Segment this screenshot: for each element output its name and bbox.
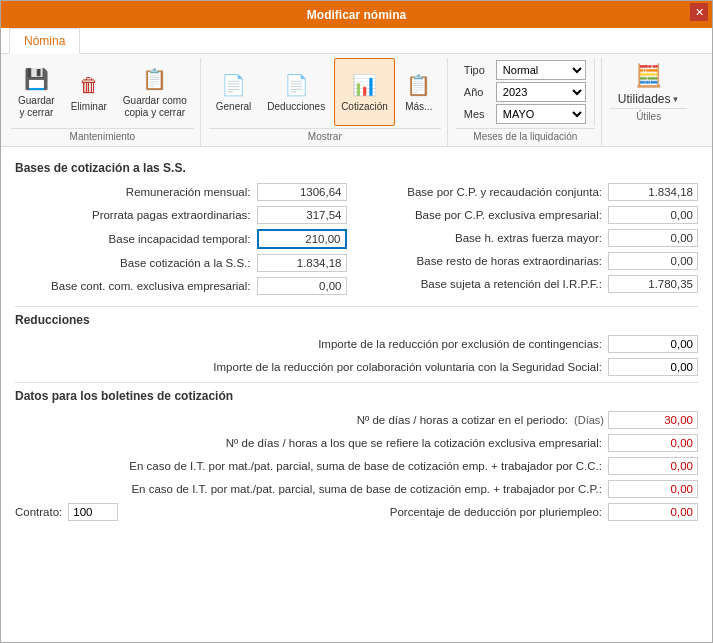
boletines-section-title: Datos para los boletines de cotización xyxy=(15,389,698,403)
cotizacion-icon: 📊 xyxy=(350,71,378,99)
divider-2 xyxy=(15,382,698,383)
bases-row-3: Base cotización a la S.S.: xyxy=(15,254,347,272)
bases-left-value-3[interactable] xyxy=(257,254,347,272)
deducciones-button[interactable]: 📄 Deducciones xyxy=(260,58,332,126)
boletines-value-3[interactable] xyxy=(608,480,698,498)
utilidades-label[interactable]: Utilidades ▼ xyxy=(618,92,680,106)
ribbon-content: 💾 Guardar y cerrar 🗑 Eliminar 📋 Guardar … xyxy=(1,54,712,146)
bases-right-label-0: Base por C.P. y recaudación conjunta: xyxy=(367,186,609,198)
delete-icon: 🗑 xyxy=(75,71,103,99)
ribbon: Nómina 💾 Guardar y cerrar 🗑 Eliminar 📋 xyxy=(1,28,712,147)
boletines-row-2: En caso de I.T. por mat./pat. parcial, s… xyxy=(15,457,698,475)
bases-right-label-4: Base sujeta a retención del I.R.P.F.: xyxy=(367,278,609,290)
mantenimiento-items: 💾 Guardar y cerrar 🗑 Eliminar 📋 Guardar … xyxy=(11,58,194,126)
general-label: General xyxy=(216,101,252,113)
bases-left-label-2: Base incapacidad temporal: xyxy=(15,233,257,245)
reduccion-row-0: Importe de la reducción por exclusión de… xyxy=(15,335,698,353)
bases-left-value-2[interactable] xyxy=(257,229,347,249)
mostrar-items: 📄 General 📄 Deducciones 📊 Cotización 📋 M… xyxy=(209,58,441,126)
utilidades-container: 🧮 Utilidades ▼ xyxy=(610,58,688,106)
reduccion-value-1[interactable] xyxy=(608,358,698,376)
divider-1 xyxy=(15,306,698,307)
tipo-row: Tipo Normal xyxy=(464,60,586,80)
boletines-value-1[interactable] xyxy=(608,434,698,452)
mostrar-label: Mostrar xyxy=(209,128,441,142)
contrato-input[interactable] xyxy=(68,503,118,521)
eliminar-label: Eliminar xyxy=(71,101,107,113)
window-title: Modificar nómina xyxy=(307,8,406,22)
cotizacion-button[interactable]: 📊 Cotización xyxy=(334,58,395,126)
deducciones-icon: 📄 xyxy=(282,71,310,99)
bases-section-title: Bases de cotización a las S.S. xyxy=(15,161,698,175)
guardar-cerrar-label: Guardar y cerrar xyxy=(18,95,55,119)
mas-label: Más... xyxy=(405,101,432,113)
ribbon-tabs: Nómina xyxy=(1,28,712,54)
tipo-select[interactable]: Normal xyxy=(496,60,586,80)
bases-left-value-0[interactable] xyxy=(257,183,347,201)
bases-row-1: Prorrata pagas extraordinarias: xyxy=(15,206,347,224)
reduccion-label-1: Importe de la reducción por colaboración… xyxy=(15,361,608,373)
tab-nomina[interactable]: Nómina xyxy=(9,28,80,54)
boletines-label-0: Nº de días / horas a cotizar en el perio… xyxy=(15,414,574,426)
deducciones-label: Deducciones xyxy=(267,101,325,113)
reducciones-section-title: Reducciones xyxy=(15,313,698,327)
params-container: Tipo Normal Año 2023 Mes xyxy=(456,58,595,126)
boletines-row-3: En caso de I.T. por mat./pat. parcial, s… xyxy=(15,480,698,498)
group-mostrar: 📄 General 📄 Deducciones 📊 Cotización 📋 M… xyxy=(203,58,448,146)
bases-right-value-4[interactable] xyxy=(608,275,698,293)
copy-save-icon: 📋 xyxy=(141,65,169,93)
bases-left: Remuneración mensual: Prorrata pagas ext… xyxy=(15,183,347,300)
mantenimiento-label: Mantenimiento xyxy=(11,128,194,142)
reduccion-label-0: Importe de la reducción por exclusión de… xyxy=(15,338,608,350)
eliminar-button[interactable]: 🗑 Eliminar xyxy=(64,58,114,126)
main-window: Modificar nómina ✕ Nómina 💾 Guardar y ce… xyxy=(0,0,713,643)
bases-row-4: Base cont. com. exclusiva empresarial: xyxy=(15,277,347,295)
general-button[interactable]: 📄 General xyxy=(209,58,259,126)
ano-select[interactable]: 2023 xyxy=(496,82,586,102)
utilidades-icon[interactable]: 🧮 xyxy=(633,62,665,90)
bases-right-label-3: Base resto de horas extraordinarias: xyxy=(367,255,609,267)
bases-left-value-1[interactable] xyxy=(257,206,347,224)
bases-grid: Remuneración mensual: Prorrata pagas ext… xyxy=(15,183,698,300)
bases-left-label-3: Base cotización a la S.S.: xyxy=(15,257,257,269)
bases-right-row-2: Base h. extras fuerza mayor: xyxy=(367,229,699,247)
guardar-copia-label: Guardar como copia y cerrar xyxy=(123,95,187,119)
guardar-copia-button[interactable]: 📋 Guardar como copia y cerrar xyxy=(116,58,194,126)
mes-select[interactable]: MAYO xyxy=(496,104,586,124)
liquidacion-items: Tipo Normal Año 2023 Mes xyxy=(456,58,595,126)
boletines-value-0[interactable] xyxy=(608,411,698,429)
boletines-value-2[interactable] xyxy=(608,457,698,475)
bases-left-value-4[interactable] xyxy=(257,277,347,295)
boletines-row-0: Nº de días / horas a cotizar en el perio… xyxy=(15,411,698,429)
reducciones-container: Importe de la reducción por exclusión de… xyxy=(15,335,698,376)
bases-right-row-1: Base por C.P. exclusiva empresarial: xyxy=(367,206,699,224)
bases-left-label-1: Prorrata pagas extraordinarias: xyxy=(15,209,257,221)
utiles-label: Útiles xyxy=(610,108,688,122)
group-liquidacion: Tipo Normal Año 2023 Mes xyxy=(450,58,602,146)
close-button[interactable]: ✕ xyxy=(690,3,708,21)
general-icon: 📄 xyxy=(220,71,248,99)
bases-left-label-0: Remuneración mensual: xyxy=(15,186,257,198)
bases-right-value-1[interactable] xyxy=(608,206,698,224)
reduccion-row-1: Importe de la reducción por colaboración… xyxy=(15,358,698,376)
mas-button[interactable]: 📋 Más... xyxy=(397,58,441,126)
bases-right-value-2[interactable] xyxy=(608,229,698,247)
pluriempleo-label: Porcentaje de deducción por pluriempleo: xyxy=(390,506,608,518)
boletines-label-2: En caso de I.T. por mat./pat. parcial, s… xyxy=(15,460,608,472)
bases-right-value-0[interactable] xyxy=(608,183,698,201)
bases-right-value-3[interactable] xyxy=(608,252,698,270)
dias-suffix: (Días) xyxy=(574,414,604,426)
reduccion-value-0[interactable] xyxy=(608,335,698,353)
bases-right-label-2: Base h. extras fuerza mayor: xyxy=(367,232,609,244)
liquidacion-label: Meses de la liquidación xyxy=(456,128,595,142)
mes-row: Mes MAYO xyxy=(464,104,586,124)
chevron-down-icon: ▼ xyxy=(672,95,680,104)
title-bar: Modificar nómina ✕ xyxy=(1,1,712,28)
bases-row-2: Base incapacidad temporal: xyxy=(15,229,347,249)
pluriempleo-value[interactable] xyxy=(608,503,698,521)
mas-icon: 📋 xyxy=(405,71,433,99)
tipo-label: Tipo xyxy=(464,64,492,76)
boletines-container: Nº de días / horas a cotizar en el perio… xyxy=(15,411,698,521)
guardar-cerrar-button[interactable]: 💾 Guardar y cerrar xyxy=(11,58,62,126)
contrato-label: Contrato: xyxy=(15,506,68,518)
